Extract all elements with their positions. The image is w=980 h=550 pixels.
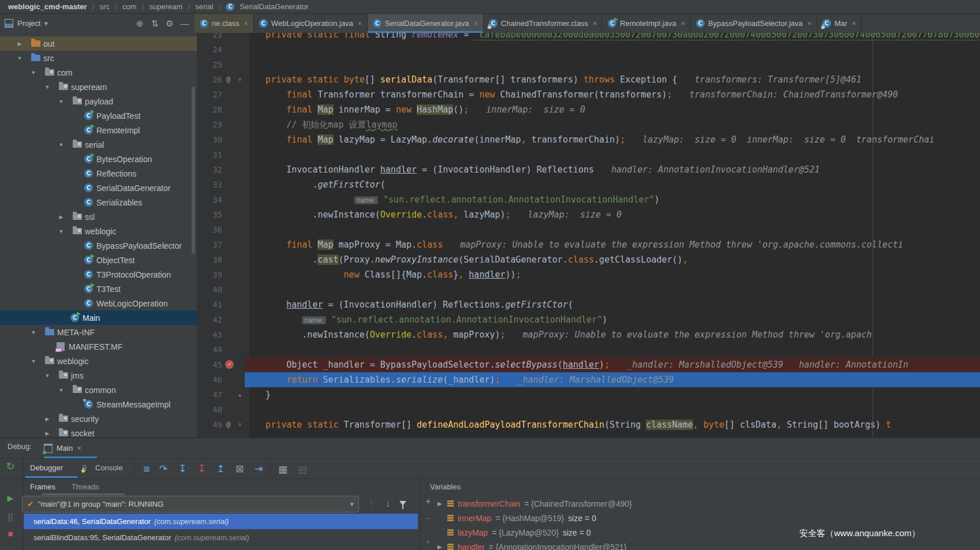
prev-frame-icon[interactable]: ↑ bbox=[365, 498, 377, 510]
tree-item-jms[interactable]: ▼jms bbox=[0, 368, 197, 383]
force-step-into-icon[interactable]: ↧ bbox=[195, 463, 208, 475]
project-panel-title[interactable]: Project bbox=[17, 19, 40, 28]
tree-item-BypassPayloadSelector[interactable]: CBypassPayloadSelector bbox=[0, 238, 197, 253]
rerun-icon[interactable]: ↻ bbox=[4, 460, 17, 473]
tree-item-src[interactable]: ▼src bbox=[0, 51, 197, 65]
expand-arrow-icon[interactable]: ▶ bbox=[44, 431, 51, 436]
layout-settings-icon[interactable]: ▤ bbox=[296, 463, 309, 476]
close-icon[interactable]: × bbox=[244, 20, 248, 28]
editor-tab-RemoteImpl.java[interactable]: CRemoteImpl.java× bbox=[603, 14, 691, 33]
tree-item-security[interactable]: ▶security bbox=[0, 411, 197, 426]
line-number[interactable]: 34 bbox=[197, 192, 222, 207]
line-number[interactable]: 38 bbox=[197, 252, 222, 267]
expand-arrow-icon[interactable]: ▶ bbox=[437, 544, 443, 550]
filter-funnel-icon[interactable] bbox=[399, 499, 406, 507]
editor-tab-Mar[interactable]: CMar× bbox=[817, 14, 862, 33]
variable-row[interactable]: ▶handler= {AnnotationInvocationHandler@5… bbox=[437, 540, 627, 550]
line-number[interactable]: 31 bbox=[197, 147, 222, 162]
step-over-icon[interactable]: ↷ bbox=[157, 463, 170, 475]
collapse-arrow-icon[interactable]: ▼ bbox=[58, 142, 65, 148]
tree-item-common[interactable]: ▼common bbox=[0, 383, 197, 397]
editor-tab-BypassPayloadSelector.java[interactable]: CBypassPayloadSelector.java× bbox=[691, 14, 817, 33]
step-out-icon[interactable]: ↥ bbox=[214, 463, 227, 475]
tree-item-weblogic[interactable]: ▼weblogic bbox=[0, 354, 197, 368]
close-icon[interactable]: × bbox=[474, 20, 478, 28]
editor-tab-WebLogicOperation.java[interactable]: CWebLogicOperation.java× bbox=[254, 14, 368, 33]
tree-item-out[interactable]: ▶out bbox=[0, 36, 197, 51]
line-number[interactable]: 32 bbox=[197, 162, 222, 177]
line-number[interactable]: 33 bbox=[197, 177, 222, 192]
tree-item-ObjectTest[interactable]: CObjectTest bbox=[0, 253, 197, 267]
tree-item-socket[interactable]: ▶socket bbox=[0, 426, 197, 437]
stack-frame-row[interactable]: serialBlindDatas:95, SerialDataGenerator… bbox=[24, 530, 418, 545]
line-number[interactable]: 27 bbox=[197, 87, 222, 102]
variable-row[interactable]: lazyMap= {LazyMap@520}size = 0 bbox=[437, 525, 591, 540]
line-number[interactable]: 49 bbox=[197, 417, 222, 432]
code-editor[interactable]: 23 private static final String remoteHex… bbox=[197, 33, 980, 437]
close-icon[interactable]: × bbox=[807, 20, 811, 28]
line-number[interactable]: 41 bbox=[197, 297, 222, 312]
collapse-all-icon[interactable]: ⇅ bbox=[147, 18, 162, 29]
line-number[interactable]: 24 bbox=[197, 42, 222, 57]
annotation-gutter-icon[interactable]: @ bbox=[226, 72, 230, 87]
editor-tab-SerialDataGenerator.java[interactable]: CSerialDataGenerator.java× bbox=[368, 14, 484, 33]
line-number[interactable]: 43 bbox=[197, 327, 222, 342]
tree-item-ssl[interactable]: ▶ssl bbox=[0, 209, 197, 224]
collapse-arrow-icon[interactable]: ▼ bbox=[30, 358, 37, 364]
tab-console[interactable]: Console bbox=[95, 463, 123, 472]
collapse-arrow-icon[interactable]: ▼ bbox=[58, 229, 65, 234]
editor-tab-ne.class[interactable]: Cne.class× bbox=[194, 14, 254, 33]
tree-item-payload[interactable]: ▼payload bbox=[0, 94, 197, 108]
collapse-arrow-icon[interactable]: ▼ bbox=[30, 330, 37, 335]
expand-arrow-icon[interactable]: ▶ bbox=[437, 500, 443, 507]
line-number[interactable]: 36 bbox=[197, 222, 222, 237]
thread-dropdown[interactable]: ✔ "main"@1 in group "main": RUNNING ▾ bbox=[22, 496, 359, 512]
collapse-arrow-icon[interactable]: ▼ bbox=[58, 387, 65, 393]
line-number[interactable]: 23 bbox=[197, 33, 222, 42]
tree-item-supeream[interactable]: ▼supeream bbox=[0, 80, 197, 94]
tree-item-WebLogicOperation[interactable]: CWebLogicOperation bbox=[0, 296, 197, 310]
annotation-gutter-icon[interactable]: @ bbox=[226, 417, 230, 432]
pause-icon[interactable]: || bbox=[4, 511, 17, 523]
line-number[interactable]: 42 bbox=[197, 312, 222, 327]
expand-arrow-icon[interactable]: ▶ bbox=[58, 214, 65, 220]
line-number[interactable]: 40 bbox=[197, 282, 222, 297]
chevron-down-icon[interactable]: ▾ bbox=[44, 19, 48, 28]
restore-layout-icon[interactable]: ≡ bbox=[140, 463, 153, 476]
line-number[interactable]: 37 bbox=[197, 237, 222, 252]
fold-end-icon[interactable]: ▵ bbox=[238, 387, 242, 402]
run-to-cursor-icon[interactable]: ⇥ bbox=[252, 463, 265, 475]
expand-arrow-icon[interactable]: ▶ bbox=[16, 41, 23, 47]
editor-tab-ChainedTransformer.class[interactable]: CChainedTransformer.class× bbox=[484, 14, 603, 33]
breadcrumb-item[interactable]: com bbox=[122, 2, 137, 11]
breadcrumb-item[interactable]: serial bbox=[195, 2, 213, 11]
tree-item-T3ProtocolOperation[interactable]: CT3ProtocolOperation bbox=[0, 267, 197, 282]
project-scrollbar[interactable] bbox=[192, 87, 195, 254]
line-number[interactable]: 44 bbox=[197, 342, 222, 357]
tree-item-META-INF[interactable]: ▼META-INF bbox=[0, 325, 197, 339]
collapse-arrow-icon[interactable]: ▼ bbox=[30, 70, 37, 76]
tree-item-com[interactable]: ▼com bbox=[0, 65, 197, 80]
breakpoint-icon[interactable]: ✓ bbox=[225, 360, 234, 369]
resume-icon[interactable]: ▶ bbox=[4, 493, 17, 503]
collapse-arrow-icon[interactable]: ▼ bbox=[44, 84, 51, 90]
next-frame-icon[interactable]: ↓ bbox=[381, 498, 394, 510]
add-watch-icon[interactable]: + bbox=[422, 496, 435, 507]
breadcrumb-leaf[interactable]: SerialDataGenerator bbox=[240, 2, 308, 11]
close-icon[interactable]: × bbox=[681, 20, 685, 28]
fold-down-icon[interactable]: ▿ bbox=[238, 72, 242, 87]
line-number[interactable]: 48 bbox=[197, 402, 222, 417]
step-into-icon[interactable]: ↧ bbox=[176, 463, 189, 475]
line-number[interactable]: 35 bbox=[197, 207, 222, 222]
tree-item-weblogic[interactable]: ▼weblogic bbox=[0, 224, 197, 238]
tree-item-MANIFEST.MF[interactable]: MANIFEST.MF bbox=[0, 339, 197, 354]
fold-down-icon[interactable]: ▿ bbox=[238, 417, 242, 432]
evaluate-expression-icon[interactable]: ▦ bbox=[276, 463, 289, 476]
tree-item-StreamMessageImpl[interactable]: CStreamMessageImpl bbox=[0, 397, 197, 411]
expand-arrow-icon[interactable]: ▶ bbox=[44, 416, 51, 422]
drop-frame-icon[interactable]: ⊠ bbox=[233, 463, 246, 475]
scroll-up-icon[interactable]: ▲ bbox=[422, 538, 435, 544]
tree-item-serial[interactable]: ▼serial bbox=[0, 137, 197, 152]
scroll-from-source-icon[interactable]: ⊕ bbox=[132, 18, 147, 29]
collapse-arrow-icon[interactable]: ▼ bbox=[44, 373, 51, 379]
